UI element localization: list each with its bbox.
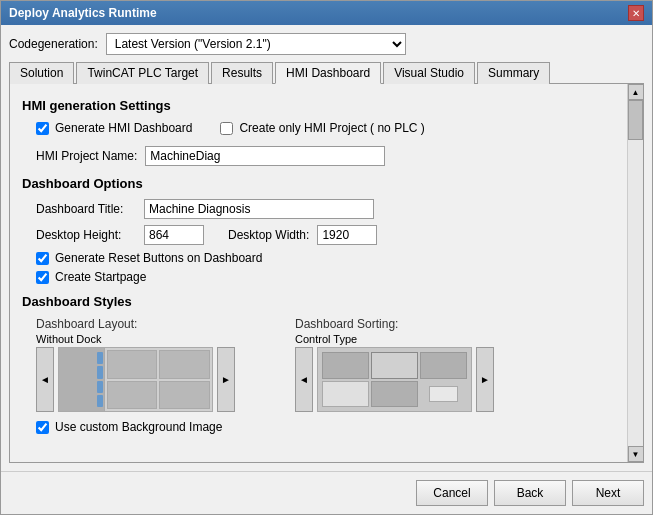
codegen-select[interactable]: Latest Version ("Version 2.1") — [106, 33, 406, 55]
startpage-label: Create Startpage — [55, 270, 146, 284]
project-name-input[interactable] — [145, 146, 385, 166]
desktop-width-input[interactable] — [317, 225, 377, 245]
scroll-up-btn[interactable]: ▲ — [628, 84, 644, 100]
bottom-buttons: Cancel Back Next — [1, 471, 652, 514]
hmi-generation-fields: Generate HMI Dashboard Create only HMI P… — [36, 121, 615, 166]
title-bar: Deploy Analytics Runtime ✕ — [1, 1, 652, 25]
scrollable-content: HMI generation Settings Generate HMI Das… — [10, 84, 627, 462]
sorting-label: Dashboard Sorting: — [295, 317, 398, 331]
layout-prev-btn[interactable]: ◄ — [36, 347, 54, 412]
create-only-checkbox-row: Create only HMI Project ( no PLC ) — [220, 121, 424, 135]
desktop-width-label: Desktop Width: — [228, 228, 309, 242]
layout-carousel: ◄ — [36, 347, 235, 412]
codegen-row: Codegeneration: Latest Version ("Version… — [9, 33, 644, 55]
sort-tile-3 — [420, 352, 467, 379]
layout-col: Dashboard Layout: Without Dock ◄ — [36, 317, 235, 412]
layout-preview — [58, 347, 213, 412]
tabs-row: Solution TwinCAT PLC Target Results HMI … — [9, 61, 644, 84]
layout-next-btn[interactable]: ► — [217, 347, 235, 412]
layout-sublabel: Without Dock — [36, 333, 101, 345]
sort-tile-1 — [322, 352, 369, 379]
layout-sorting-row: Dashboard Layout: Without Dock ◄ — [36, 317, 615, 412]
tile-4 — [159, 381, 210, 410]
tab-content: HMI generation Settings Generate HMI Das… — [9, 84, 644, 463]
tab-summary[interactable]: Summary — [477, 62, 550, 84]
main-window: Deploy Analytics Runtime ✕ Codegeneratio… — [0, 0, 653, 515]
generate-hmi-checkbox[interactable] — [36, 122, 49, 135]
tile-3 — [107, 381, 158, 410]
dashboard-title-row: Dashboard Title: — [36, 199, 615, 219]
sort-tile-2 — [371, 352, 418, 379]
dashboard-title-input[interactable] — [144, 199, 374, 219]
desktop-height-input[interactable] — [144, 225, 204, 245]
back-button[interactable]: Back — [494, 480, 566, 506]
generate-hmi-row: Generate HMI Dashboard Create only HMI P… — [36, 121, 615, 140]
generate-hmi-label: Generate HMI Dashboard — [55, 121, 192, 135]
create-only-checkbox[interactable] — [220, 122, 233, 135]
window-title: Deploy Analytics Runtime — [9, 6, 157, 20]
tab-twincat[interactable]: TwinCAT PLC Target — [76, 62, 209, 84]
tab-results[interactable]: Results — [211, 62, 273, 84]
sorting-col: Dashboard Sorting: Control Type ◄ — [295, 317, 494, 412]
next-button[interactable]: Next — [572, 480, 644, 506]
sorting-preview — [317, 347, 472, 412]
layout-sublabel-container: Without Dock — [36, 333, 101, 345]
project-name-label: HMI Project Name: — [36, 149, 137, 163]
sorting-sublabel-container: Control Type — [295, 333, 357, 345]
desktop-height-label: Desktop Height: — [36, 228, 136, 242]
cancel-button[interactable]: Cancel — [416, 480, 488, 506]
stripe-4 — [97, 395, 103, 407]
tab-hmi[interactable]: HMI Dashboard — [275, 62, 381, 84]
stripe-1 — [97, 352, 103, 364]
startpage-checkbox[interactable] — [36, 271, 49, 284]
sorting-carousel: ◄ ► — [295, 347, 494, 412]
scroll-down-btn[interactable]: ▼ — [628, 446, 644, 462]
generate-hmi-checkbox-row: Generate HMI Dashboard — [36, 121, 192, 135]
sort-tile-5 — [371, 381, 418, 408]
sorting-prev-btn[interactable]: ◄ — [295, 347, 313, 412]
dashboard-title-label: Dashboard Title: — [36, 202, 136, 216]
sorting-next-btn[interactable]: ► — [476, 347, 494, 412]
tile-1 — [107, 350, 158, 379]
dashboard-options-title: Dashboard Options — [22, 176, 615, 191]
hmi-generation-title: HMI generation Settings — [22, 98, 615, 113]
stripe-3 — [97, 381, 103, 393]
dashboard-options-fields: Dashboard Title: Desktop Height: Desktop… — [36, 199, 615, 284]
create-only-label: Create only HMI Project ( no PLC ) — [239, 121, 424, 135]
layout-label: Dashboard Layout: — [36, 317, 137, 331]
reset-buttons-row: Generate Reset Buttons on Dashboard — [36, 251, 615, 265]
bg-image-label: Use custom Background Image — [55, 420, 222, 434]
project-name-row: HMI Project Name: — [36, 146, 615, 166]
tab-solution[interactable]: Solution — [9, 62, 74, 84]
codegen-label: Codegeneration: — [9, 37, 98, 51]
tab-vstudio[interactable]: Visual Studio — [383, 62, 475, 84]
content-area: Codegeneration: Latest Version ("Version… — [1, 25, 652, 471]
sort-tile-6 — [429, 386, 457, 402]
bg-image-checkbox[interactable] — [36, 421, 49, 434]
reset-buttons-label: Generate Reset Buttons on Dashboard — [55, 251, 262, 265]
stripe-2 — [97, 366, 103, 378]
sort-tile-4 — [322, 381, 369, 408]
close-button[interactable]: ✕ — [628, 5, 644, 21]
scrollbar-thumb-area — [628, 100, 643, 446]
dashboard-styles-title: Dashboard Styles — [22, 294, 615, 309]
tile-2 — [159, 350, 210, 379]
bg-image-row: Use custom Background Image — [36, 420, 615, 434]
scrollbar: ▲ ▼ — [627, 84, 643, 462]
scrollbar-thumb[interactable] — [628, 100, 643, 140]
reset-buttons-checkbox[interactable] — [36, 252, 49, 265]
sorting-sublabel: Control Type — [295, 333, 357, 345]
startpage-row: Create Startpage — [36, 270, 615, 284]
desktop-dimensions-row: Desktop Height: Desktop Width: — [36, 225, 615, 245]
